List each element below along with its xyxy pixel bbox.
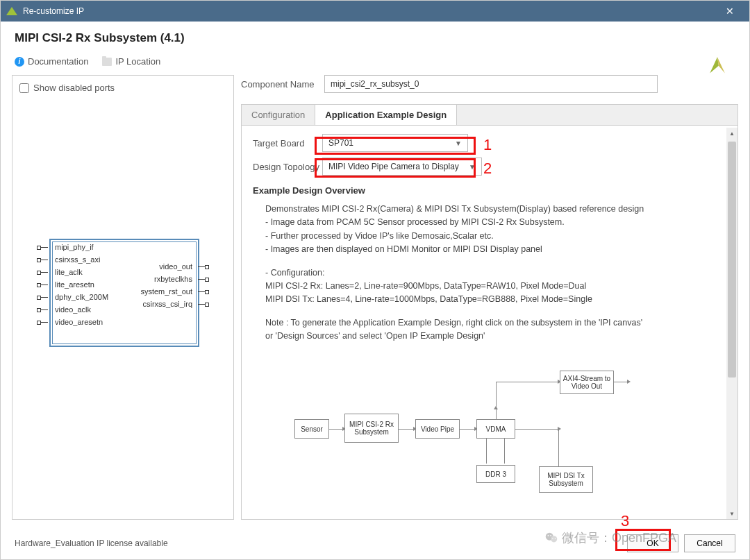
documentation-label: Documentation bbox=[28, 56, 88, 67]
overview-l8: Note : To generate the Application Examp… bbox=[265, 316, 726, 330]
toolbar: i Documentation IP Location bbox=[1, 52, 749, 75]
design-topology-select[interactable]: MIPI Video Pipe Camera to Display ▼ bbox=[322, 158, 482, 176]
design-topology-label: Design Topology bbox=[253, 162, 322, 172]
ok-button[interactable]: OK bbox=[627, 534, 678, 552]
port-video-aclk: video_aclk bbox=[55, 305, 91, 314]
show-disabled-ports-checkbox[interactable]: Show disabled ports bbox=[19, 83, 226, 93]
info-icon: i bbox=[15, 57, 24, 67]
component-name-row: Component Name bbox=[241, 75, 738, 93]
overview-l4: - Images are then displayed on HDMI Moni… bbox=[265, 243, 726, 256]
diagram-vdma: VDMA bbox=[476, 419, 515, 439]
diagram-pipe: Video Pipe bbox=[415, 419, 460, 439]
diagram-ddr: DDR 3 bbox=[476, 465, 515, 483]
body: Show disabled ports mipi_phy_if csirxss_… bbox=[1, 75, 749, 527]
overview-heading: Example Design Overview bbox=[253, 185, 726, 196]
ip-location-link[interactable]: IP Location bbox=[102, 56, 160, 67]
ports-panel: Show disabled ports mipi_phy_if csirxss_… bbox=[12, 75, 234, 520]
scroll-thumb[interactable] bbox=[728, 142, 736, 377]
page-header: MIPI CSI-2 Rx Subsystem (4.1) bbox=[1, 22, 749, 52]
port-video-aresetn: video_aresetn bbox=[55, 318, 103, 326]
chevron-down-icon: ▼ bbox=[469, 163, 476, 171]
cancel-button[interactable]: Cancel bbox=[684, 534, 735, 552]
scrollbar[interactable]: ▲ ▼ bbox=[726, 128, 738, 519]
port-rxbyteclkhs: rxbyteclkhs bbox=[154, 275, 192, 283]
design-topology-row: Design Topology MIPI Video Pipe Camera t… bbox=[253, 158, 726, 176]
diagram-csi: MIPI CSI-2 Rx Subsystem bbox=[344, 414, 399, 443]
port-system-rst-out: system_rst_out bbox=[140, 287, 192, 296]
diagram-dsi: MIPI DSI Tx Subsystem bbox=[539, 466, 593, 493]
config-panel: Component Name Configuration Application… bbox=[241, 75, 738, 520]
component-name-input[interactable] bbox=[324, 75, 658, 93]
iplocation-label: IP Location bbox=[115, 56, 160, 67]
footer: Hardware_Evaluation IP license available… bbox=[1, 527, 749, 559]
component-name-label: Component Name bbox=[241, 79, 324, 90]
chevron-down-icon: ▼ bbox=[455, 139, 462, 147]
port-dphy-clk: dphy_clk_200M bbox=[55, 293, 108, 301]
diagram-sensor: Sensor bbox=[294, 419, 329, 439]
target-board-label: Target Board bbox=[253, 138, 322, 149]
overview-l5: - Configuration: bbox=[265, 266, 726, 280]
overview-l7: MIPI DSI Tx: Lanes=4, Line-rate=1000Mbps… bbox=[265, 293, 726, 306]
target-board-value: SP701 bbox=[328, 138, 353, 148]
port-video-out: video_out bbox=[159, 262, 192, 271]
page-title: MIPI CSI-2 Rx Subsystem (4.1) bbox=[15, 31, 735, 45]
tab-content: Target Board SP701 ▼ Design Topology MIP… bbox=[242, 105, 738, 519]
port-csirxss-s-axi: csirxss_s_axi bbox=[55, 255, 100, 264]
show-disabled-label: Show disabled ports bbox=[33, 83, 115, 93]
design-topology-value: MIPI Video Pipe Camera to Display bbox=[328, 162, 459, 171]
port-lite-aresetn: lite_aresetn bbox=[55, 280, 94, 289]
port-lite-aclk: lite_aclk bbox=[55, 268, 83, 276]
close-icon[interactable]: ✕ bbox=[716, 1, 744, 22]
documentation-link[interactable]: i Documentation bbox=[15, 56, 88, 67]
diagram-axi4: AXI4-Stream to Video Out bbox=[560, 371, 614, 394]
block-flow-diagram: Sensor MIPI CSI-2 Rx Subsystem Video Pip… bbox=[253, 371, 726, 509]
tab-container: Configuration Application Example Design… bbox=[241, 104, 738, 520]
scroll-down-icon[interactable]: ▼ bbox=[726, 508, 738, 519]
overview-l9: or 'Design Sources' and select 'Open IP … bbox=[265, 330, 726, 343]
vivado-logo-icon bbox=[705, 52, 730, 77]
folder-icon bbox=[102, 58, 112, 66]
overview-l3: - Further processed by Vidoe IP's like D… bbox=[265, 230, 726, 243]
scroll-up-icon[interactable]: ▲ bbox=[726, 128, 738, 139]
app-logo-icon bbox=[6, 6, 17, 17]
titlebar: Re-customize IP ✕ bbox=[1, 1, 749, 22]
license-status: Hardware_Evaluation IP license available bbox=[15, 538, 168, 548]
show-disabled-checkbox[interactable] bbox=[19, 83, 29, 93]
window: Re-customize IP ✕ MIPI CSI-2 Rx Subsyste… bbox=[0, 0, 750, 560]
target-board-row: Target Board SP701 ▼ bbox=[253, 134, 726, 152]
overview-l2: - Image data from PCAM 5C Sensor process… bbox=[265, 216, 726, 229]
port-mipi-phy-if: mipi_phy_if bbox=[55, 243, 94, 251]
overview-l1: Demonstrates MIPI CSI-2 Rx(Camera) & MIP… bbox=[265, 203, 726, 216]
ip-block-diagram: mipi_phy_if csirxss_s_axi lite_aclk lite… bbox=[33, 239, 213, 350]
overview-l6: MIPI CSI-2 Rx: Lanes=2, Line-rate=900Mbp… bbox=[265, 280, 726, 293]
window-title: Re-customize IP bbox=[23, 6, 716, 16]
target-board-select[interactable]: SP701 ▼ bbox=[322, 134, 468, 152]
port-csirxss-csi-irq: csirxss_csi_irq bbox=[142, 300, 192, 308]
